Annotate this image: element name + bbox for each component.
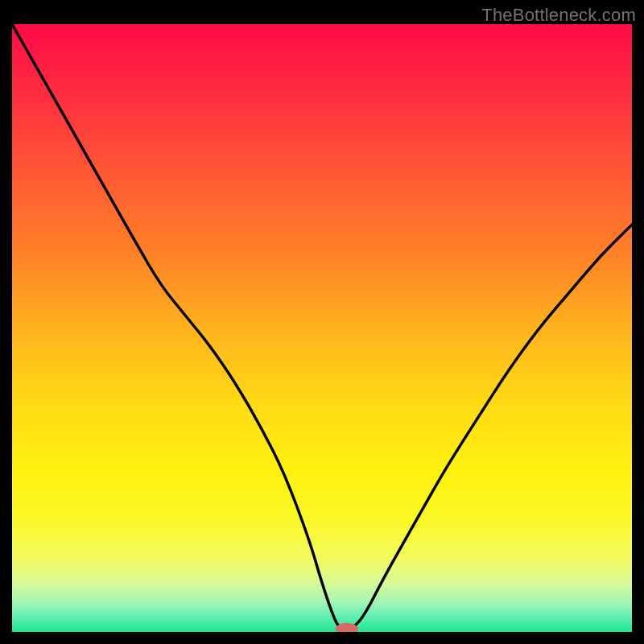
bottleneck-chart xyxy=(12,24,632,632)
watermark-text: TheBottleneck.com xyxy=(481,5,636,26)
chart-frame: TheBottleneck.com xyxy=(0,0,644,644)
